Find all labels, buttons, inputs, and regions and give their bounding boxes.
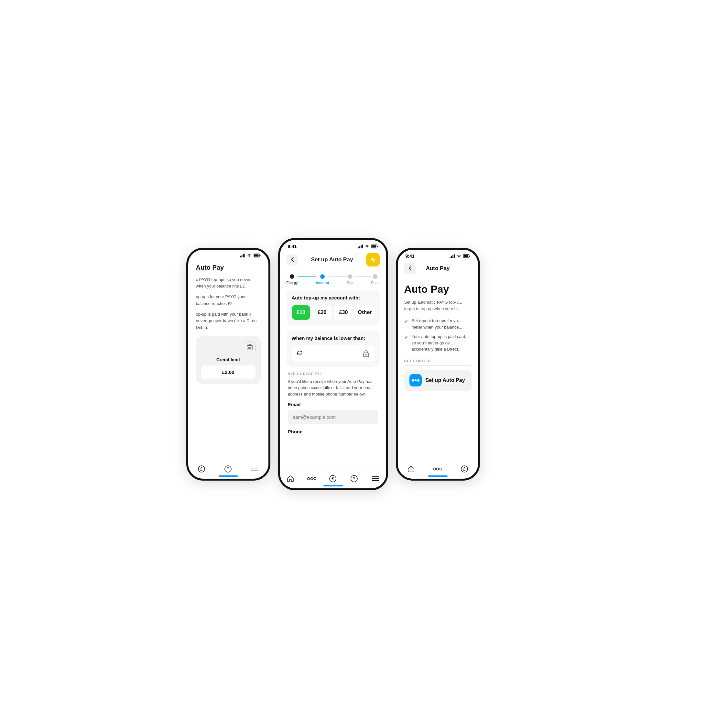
amount-btn-other[interactable]: Other bbox=[355, 305, 375, 320]
svg-rect-45 bbox=[454, 254, 455, 258]
status-bar-left bbox=[188, 250, 268, 259]
step-done: Done bbox=[371, 274, 379, 284]
svg-rect-2 bbox=[243, 254, 244, 257]
status-bar-center: 9:41 bbox=[280, 240, 386, 250]
balance-value: £2 bbox=[297, 350, 303, 356]
lightning-icon bbox=[370, 256, 376, 263]
bottom-nav-center: £ ? bbox=[280, 471, 386, 488]
balance-row: £2 bbox=[292, 346, 375, 362]
svg-rect-1 bbox=[241, 255, 242, 257]
svg-rect-48 bbox=[469, 255, 470, 257]
svg-rect-3 bbox=[244, 254, 245, 257]
receipt-description: If you'd like a receipt when your Auto P… bbox=[288, 378, 378, 398]
right-big-title: Auto Pay bbox=[404, 283, 471, 295]
svg-rect-26 bbox=[378, 246, 378, 247]
step-label-done: Done bbox=[371, 281, 379, 284]
phone-label: Phone bbox=[288, 429, 378, 434]
svg-point-32 bbox=[314, 477, 316, 480]
phone-left: Auto Pay c PAYG top-ups so you never whe… bbox=[186, 248, 271, 480]
amount-grid: £10 £20 £30 Other bbox=[292, 305, 375, 320]
svg-point-30 bbox=[307, 477, 309, 480]
divider bbox=[404, 366, 471, 366]
topup-card: Auto top-up my account with: £10 £20 £30… bbox=[286, 290, 380, 325]
setup-auto-pay-button[interactable]: Set up Auto Pay bbox=[404, 370, 471, 391]
nav-header-center: Set up Auto Pay bbox=[280, 250, 386, 271]
wifi-icon bbox=[456, 254, 462, 258]
step-dot-done bbox=[373, 274, 378, 279]
nav-title-center: Set up Auto Pay bbox=[311, 257, 353, 263]
nav-header-right: Auto Pay bbox=[398, 260, 478, 278]
nav-help-icon[interactable]: ? bbox=[223, 464, 232, 474]
svg-text:?: ? bbox=[353, 476, 355, 481]
svg-text:?: ? bbox=[227, 466, 229, 471]
right-description: Set up automatic PAYG top-u... forget to… bbox=[404, 299, 471, 313]
step-line-1 bbox=[298, 276, 315, 277]
check-item-2: ✓ Your auto top-up is paid card, so you'… bbox=[404, 333, 471, 353]
back-button-right[interactable] bbox=[404, 263, 416, 274]
check-mark-1: ✓ bbox=[404, 318, 408, 325]
credit-card: Credit limit £2.00 bbox=[196, 336, 261, 384]
balance-card: When my balance is lower than: £2 bbox=[286, 330, 380, 367]
signal-icon bbox=[358, 245, 363, 248]
svg-rect-23 bbox=[362, 245, 363, 248]
balance-card-title: When my balance is lower than: bbox=[292, 335, 375, 341]
nav-pound-icon-right[interactable]: £ bbox=[460, 464, 469, 474]
svg-point-31 bbox=[310, 477, 313, 480]
nav-pound-icon[interactable]: £ bbox=[197, 464, 206, 474]
nav-home-icon[interactable] bbox=[286, 474, 295, 483]
nav-help-icon[interactable]: ? bbox=[350, 474, 359, 483]
amount-btn-10[interactable]: £10 bbox=[292, 305, 310, 320]
receipt-section: NEED A RECEIPT? If you'd like a receipt … bbox=[286, 372, 380, 435]
checklist: ✓ Set repeat top-ups for yo... meter whe… bbox=[404, 318, 471, 353]
status-time-right: 9:41 bbox=[405, 254, 414, 259]
svg-rect-0 bbox=[240, 256, 241, 257]
email-label: Email bbox=[288, 402, 378, 407]
amount-btn-20[interactable]: £20 bbox=[313, 305, 332, 320]
svg-rect-44 bbox=[453, 255, 453, 258]
step-pay: Pay bbox=[347, 274, 353, 284]
left-text-1: c PAYG top-ups so you never when your ba… bbox=[196, 277, 261, 290]
signal-icon bbox=[450, 254, 455, 258]
right-content: Auto Pay Set up automatic PAYG top-u... … bbox=[398, 278, 478, 461]
svg-text:£: £ bbox=[332, 476, 334, 481]
nav-menu-icon[interactable] bbox=[371, 474, 380, 483]
nav-pound-icon[interactable]: £ bbox=[328, 474, 337, 483]
amount-btn-30[interactable]: £30 bbox=[334, 305, 353, 320]
status-icons-right bbox=[450, 254, 470, 258]
step-label-amount: Amount bbox=[316, 281, 329, 284]
bottom-nav-left: £ ? bbox=[188, 461, 268, 479]
phone-right: 9:41 bbox=[396, 248, 480, 480]
nav-connect-icon[interactable] bbox=[307, 474, 316, 483]
svg-rect-22 bbox=[361, 245, 362, 248]
battery-icon bbox=[371, 245, 378, 248]
lock-icon bbox=[363, 350, 369, 357]
email-input[interactable] bbox=[288, 410, 378, 424]
infinity-icon bbox=[412, 378, 419, 382]
svg-rect-43 bbox=[451, 256, 452, 258]
lightning-action-button[interactable] bbox=[366, 253, 380, 266]
check-text-2: Your auto top-up is paid card, so you'll… bbox=[412, 333, 471, 353]
trash-icon[interactable] bbox=[244, 341, 255, 353]
svg-rect-49 bbox=[463, 255, 468, 257]
status-icons-left bbox=[240, 254, 261, 257]
back-button-center[interactable] bbox=[286, 254, 298, 266]
svg-point-50 bbox=[433, 468, 436, 470]
scene: Auto Pay c PAYG top-ups so you never whe… bbox=[186, 238, 542, 490]
battery-icon bbox=[254, 254, 261, 257]
step-label-energy: Energy bbox=[286, 281, 298, 284]
nav-connect-icon-right[interactable] bbox=[433, 464, 442, 474]
status-bar-right: 9:41 bbox=[398, 250, 478, 260]
svg-point-4 bbox=[249, 256, 249, 257]
step-line-3 bbox=[353, 276, 371, 277]
left-phone-content: Auto Pay c PAYG top-ups so you never whe… bbox=[188, 259, 268, 389]
svg-point-29 bbox=[366, 354, 367, 355]
signal-icon bbox=[240, 254, 245, 257]
step-dot-amount bbox=[320, 274, 325, 279]
svg-rect-20 bbox=[358, 247, 359, 248]
nav-home-icon-right[interactable] bbox=[407, 464, 416, 474]
nav-menu-icon[interactable] bbox=[250, 464, 259, 474]
left-text-2: op-ups for your PAYG your balance reache… bbox=[196, 294, 261, 307]
get-started-label: GET STARTED bbox=[404, 359, 471, 363]
left-text-3: op-up is paid with your bank ll never go… bbox=[196, 311, 261, 331]
step-amount: Amount bbox=[316, 274, 329, 284]
